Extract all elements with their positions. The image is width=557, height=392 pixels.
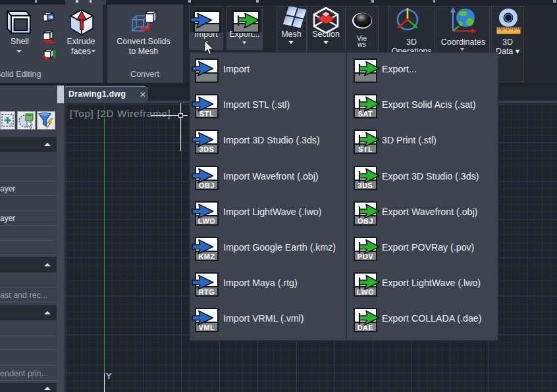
svg-text:LWO: LWO bbox=[198, 216, 215, 224]
svg-text:3DS: 3DS bbox=[199, 145, 215, 153]
svg-text:VML: VML bbox=[199, 323, 215, 331]
svg-text:KMZ: KMZ bbox=[198, 252, 215, 260]
svg-text:OBJ: OBJ bbox=[199, 181, 215, 189]
svg-text:RTG: RTG bbox=[199, 287, 215, 295]
svg-text:STL: STL bbox=[199, 109, 214, 117]
